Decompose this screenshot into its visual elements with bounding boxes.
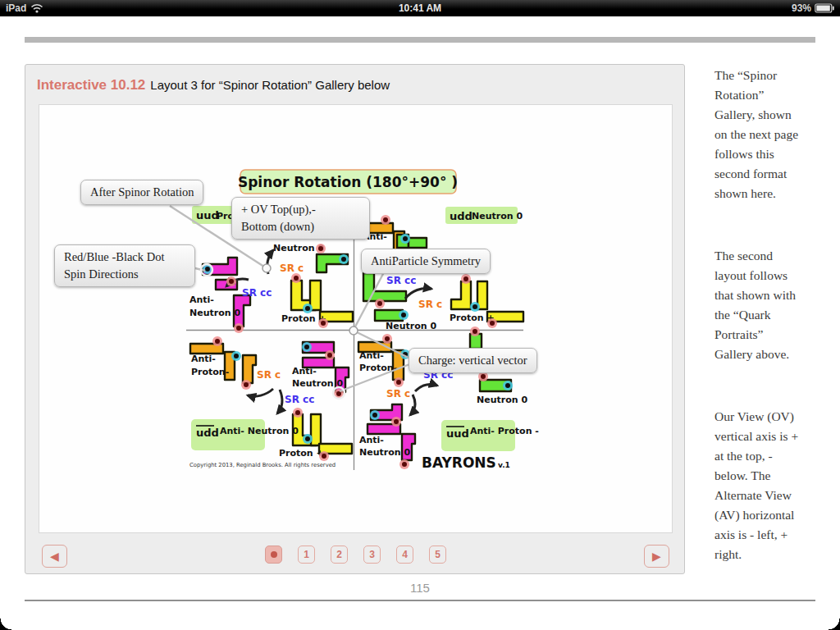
sidebar-text-column: The “Spinor Rotation” Gallery, shown on … [714, 66, 818, 607]
quark-label-bottom-left: udd Anti- Neutron 0 [191, 419, 299, 450]
bayrons-label: BAYRONS [422, 454, 496, 471]
next-arrow-icon: ▶ [652, 550, 661, 563]
svg-text:uud: uud [196, 209, 219, 221]
svg-text:Neutron 0: Neutron 0 [386, 321, 436, 331]
svg-text:udd: udd [196, 427, 219, 439]
spinor-rotation-diagram[interactable]: Spinor Rotation (180°+90° ) uud Pro udd … [38, 104, 672, 532]
svg-text:uud: uud [446, 427, 469, 440]
page-bottom-rule [25, 600, 815, 601]
quadrant-upper-right: Anti- Neutron 0 Proton + SR cc SR c [362, 223, 523, 331]
callout-charge-vector: Charge: vertical vector [409, 348, 537, 373]
page-1-button[interactable]: 1 [298, 546, 315, 564]
figure-title: Spinor Rotation (180°+90° ) [238, 170, 458, 194]
svg-text:Neutron 0: Neutron 0 [189, 308, 240, 318]
svg-text:Anti-: Anti- [189, 294, 214, 305]
next-page-button[interactable]: ▶ [644, 545, 669, 568]
svg-text:Proton +: Proton + [279, 448, 324, 459]
svg-text:Proton-: Proton- [191, 367, 229, 377]
quadrant-upper-left: Neutron 0 Anti- Neutron 0 Proton + SR c … [189, 243, 353, 326]
svg-text:Neutron 0: Neutron 0 [477, 395, 527, 405]
page-number: 115 [0, 581, 840, 595]
clock: 10:41 AM [0, 2, 840, 14]
svg-text:SR cc: SR cc [386, 275, 416, 286]
svg-text:Spinor Rotation (180°+90° ): Spinor Rotation (180°+90° ) [238, 174, 458, 190]
active-dot-icon [271, 551, 277, 558]
svg-text:udd: udd [450, 210, 472, 222]
callout-red-blue-spin: Red/Blue -Black Dot Spin Directions [54, 244, 195, 287]
svg-text:SR c: SR c [257, 369, 281, 381]
bayrons-version: v.1 [498, 461, 510, 469]
svg-text:SR cc: SR cc [285, 394, 314, 405]
page-top-rule [25, 37, 815, 43]
screen-corner-right [829, 619, 840, 630]
widget-caption: Layout 3 for “Spinor Rotation” Gallery b… [150, 78, 390, 92]
svg-text:Anti-: Anti- [191, 354, 216, 364]
svg-text:Anti-: Anti- [292, 366, 317, 377]
battery-icon [815, 3, 834, 13]
svg-text:Anti-: Anti- [359, 350, 384, 361]
quark-label-top-right: udd Neutron 0 [445, 207, 523, 224]
quark-label-top-left: uud Pro [192, 206, 235, 224]
sidebar-paragraph-2: The second layout follows that shown wit… [714, 246, 818, 364]
sidebar-paragraph-1: The “Spinor Rotation” Gallery, shown on … [714, 66, 818, 203]
svg-text:Anti- Proton -: Anti- Proton - [470, 426, 539, 436]
status-bar: iPad 10:41 AM 93% [0, 0, 840, 16]
widget-heading: Interactive 10.12Layout 3 for “Spinor Ro… [37, 77, 390, 94]
quark-label-bottom-right: uud Anti- Proton - [441, 420, 539, 451]
svg-text:SR c: SR c [280, 262, 304, 274]
battery-percent: 93% [792, 2, 811, 14]
callout-antiparticle-symmetry: AntiParticle Symmetry [361, 249, 491, 274]
svg-text:Anti-: Anti- [359, 435, 384, 445]
quadrant-lower-left: Anti- Proton- Anti- Neutron 0 Proton + S… [189, 342, 352, 468]
page-2-button[interactable]: 2 [331, 546, 348, 564]
svg-text:SR c: SR c [418, 299, 442, 310]
widget-label: Interactive 10.12 [37, 77, 145, 93]
copyright-line: Copyright 2013, Reginald Brooks. All rig… [189, 462, 336, 468]
page-3-button[interactable]: 3 [363, 546, 381, 564]
svg-text:Neutron 0: Neutron 0 [359, 447, 410, 458]
prev-page-button[interactable]: ◀ [42, 545, 67, 568]
page-4-button[interactable]: 4 [396, 546, 413, 564]
callout-after-spinor-rotation: After Spinor Rotation [80, 180, 203, 205]
prev-arrow-icon: ◀ [50, 550, 59, 563]
page-dot-button[interactable] [265, 546, 282, 564]
ipad-screen: iPad 10:41 AM 93% Interactive 10.12Layou… [0, 0, 840, 630]
screen-corner-left [0, 619, 11, 630]
svg-text:SR c: SR c [386, 388, 410, 399]
sidebar-paragraph-3: Our View (OV) vertical axis is + at the … [714, 407, 818, 564]
callout-ov-top: + OV Top(up),- Bottom (down) [231, 197, 370, 240]
svg-text:SR cc: SR cc [242, 287, 272, 299]
svg-text:Neutron 0: Neutron 0 [472, 211, 523, 221]
svg-text:Anti- Neutron 0: Anti- Neutron 0 [220, 426, 299, 436]
page-5-button[interactable]: 5 [429, 546, 446, 564]
